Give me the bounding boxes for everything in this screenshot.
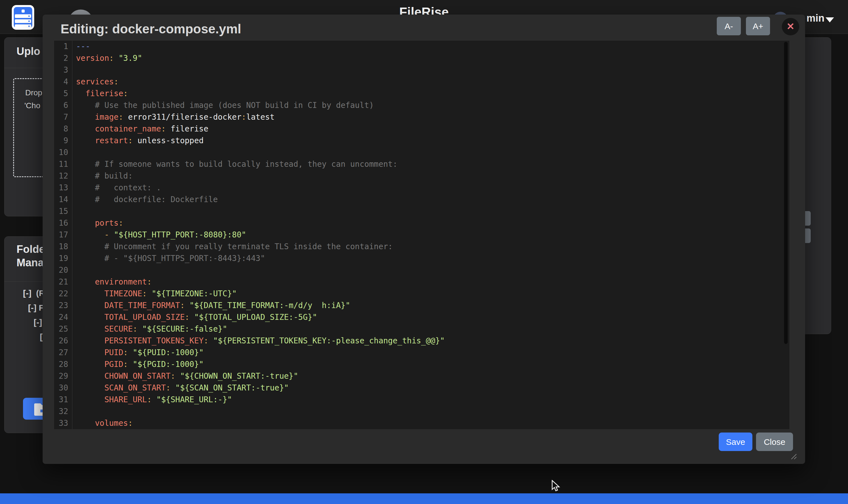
line-number: 10 [54, 147, 72, 158]
code-line-content: PGID: "${PGID:-1000}" [72, 359, 204, 370]
line-number: 7 [54, 111, 72, 123]
line-number: 31 [54, 394, 72, 406]
code-line-content: version: "3.9" [72, 52, 142, 64]
server-stack-icon [14, 7, 32, 28]
dropzone-text: 'Cho [24, 101, 40, 110]
code-line: 22 TIMEZONE: "${TIMEZONE:-UTC}" [54, 288, 789, 300]
line-number: 5 [54, 88, 72, 100]
line-number: 20 [54, 264, 72, 276]
code-line: 13 # context: . [54, 182, 789, 194]
code-line-content: - "${HOST_HTTP_PORT:-8080}:80" [72, 229, 246, 241]
code-line: 4services: [54, 76, 789, 88]
folder-card-title: Mana [17, 257, 44, 269]
close-button[interactable]: Close [756, 433, 793, 451]
line-number: 27 [54, 347, 72, 359]
footer-bar [0, 493, 848, 504]
code-line-content: # Uncomment if you really terminate TLS … [72, 241, 393, 253]
code-line: 18 # Uncomment if you really terminate T… [54, 241, 789, 253]
edit-file-modal: Editing: docker-compose.yml A- A+ ✕ 1---… [42, 15, 805, 464]
code-editor[interactable]: 1---2version: "3.9"34services:5 filerise… [54, 41, 789, 429]
code-line-content: DATE_TIME_FORMAT: "${DATE_TIME_FORMAT:-m… [72, 300, 350, 311]
code-line: 2version: "3.9" [54, 52, 789, 64]
code-line: 5 filerise: [54, 88, 789, 100]
line-number: 23 [54, 300, 72, 311]
screen: FileRise min Uplo Drop 'Cho Folde Mana [… [0, 0, 848, 504]
folder-tree-item[interactable]: [-] (R [23, 286, 46, 301]
code-line-content [72, 205, 76, 217]
filerise-logo-icon[interactable] [12, 5, 34, 30]
dropzone-text: Drop [25, 88, 42, 97]
upload-card-title: Uplo [17, 46, 40, 57]
code-line: 3 [54, 64, 789, 76]
line-number: 14 [54, 194, 72, 205]
code-line-content: SCAN_ON_START: "${SCAN_ON_START:-true}" [72, 382, 289, 394]
code-line-content: TIMEZONE: "${TIMEZONE:-UTC}" [72, 288, 237, 300]
line-number: 26 [54, 335, 72, 347]
code-line: 7 image: error311/filerise-docker:latest [54, 111, 789, 123]
code-line-content: # If someone wants to build locally inst… [72, 158, 398, 170]
code-line: 28 PGID: "${PGID:-1000}" [54, 359, 789, 370]
code-line: 10 [54, 147, 789, 158]
code-line-content [72, 147, 76, 158]
line-number: 12 [54, 170, 72, 182]
code-line: 26 PERSISTENT_TOKENS_KEY: "${PERSISTENT_… [54, 335, 789, 347]
code-line: 27 PUID: "${PUID:-1000}" [54, 347, 789, 359]
code-line: 1--- [54, 41, 789, 52]
font-decrease-button[interactable]: A- [717, 17, 741, 35]
code-line-content: restart: unless-stopped [72, 135, 204, 147]
editor-scrollbar[interactable] [784, 42, 788, 344]
user-menu[interactable]: min [807, 12, 825, 24]
code-line: 24 TOTAL_UPLOAD_SIZE: "${TOTAL_UPLOAD_SI… [54, 311, 789, 323]
line-number: 9 [54, 135, 72, 147]
line-number: 19 [54, 253, 72, 264]
code-line: 20 [54, 264, 789, 276]
line-number: 21 [54, 276, 72, 288]
line-number: 8 [54, 123, 72, 135]
code-line-content: services: [72, 76, 119, 88]
line-number: 32 [54, 406, 72, 417]
code-line: 6 # Use the published image (does NOT bu… [54, 100, 789, 111]
resize-handle[interactable] [789, 451, 797, 460]
code-line: 16 ports: [54, 217, 789, 229]
line-number: 15 [54, 205, 72, 217]
code-line: 33 volumes: [54, 417, 789, 429]
line-number: 11 [54, 158, 72, 170]
code-line-content: # context: . [72, 182, 161, 194]
line-number: 24 [54, 311, 72, 323]
line-number: 3 [54, 64, 72, 76]
code-line-content: PERSISTENT_TOKENS_KEY: "${PERSISTENT_TOK… [72, 335, 445, 347]
code-line: 21 environment: [54, 276, 789, 288]
line-number: 1 [54, 41, 72, 52]
close-icon[interactable]: ✕ [782, 18, 799, 35]
code-line: 11 # If someone wants to build locally i… [54, 158, 789, 170]
code-line: 12 # build: [54, 170, 789, 182]
code-line-content: # - "${HOST_HTTPS_PORT:-8443}:443" [72, 253, 265, 264]
code-line-content [72, 264, 76, 276]
line-number: 18 [54, 241, 72, 253]
code-line-content: filerise: [72, 88, 128, 100]
line-number: 25 [54, 323, 72, 335]
line-number: 29 [54, 370, 72, 382]
code-line-content: # build: [72, 170, 132, 182]
modal-title: Editing: docker-compose.yml [60, 21, 241, 36]
code-line-content: ports: [72, 217, 123, 229]
code-line: 15 [54, 205, 789, 217]
code-line-content [72, 406, 76, 417]
font-increase-button[interactable]: A+ [746, 17, 770, 35]
line-number: 33 [54, 417, 72, 429]
code-line: 25 SECURE: "${SECURE:-false}" [54, 323, 789, 335]
code-line-content: environment: [72, 276, 152, 288]
code-line-content: SHARE_URL: "${SHARE_URL:-}" [72, 394, 232, 406]
code-line-content: # dockerfile: Dockerfile [72, 194, 218, 205]
code-line-content: PUID: "${PUID:-1000}" [72, 347, 204, 359]
code-line: 29 CHOWN_ON_START: "${CHOWN_ON_START:-tr… [54, 370, 789, 382]
code-line-content: --- [72, 41, 90, 52]
code-line: 14 # dockerfile: Dockerfile [54, 194, 789, 205]
code-line: 30 SCAN_ON_START: "${SCAN_ON_START:-true… [54, 382, 789, 394]
line-number: 17 [54, 229, 72, 241]
save-button[interactable]: Save [719, 433, 753, 451]
chevron-down-icon[interactable] [826, 17, 834, 22]
code-line: 31 SHARE_URL: "${SHARE_URL:-}" [54, 394, 789, 406]
line-number: 30 [54, 382, 72, 394]
code-line-content [72, 64, 76, 76]
